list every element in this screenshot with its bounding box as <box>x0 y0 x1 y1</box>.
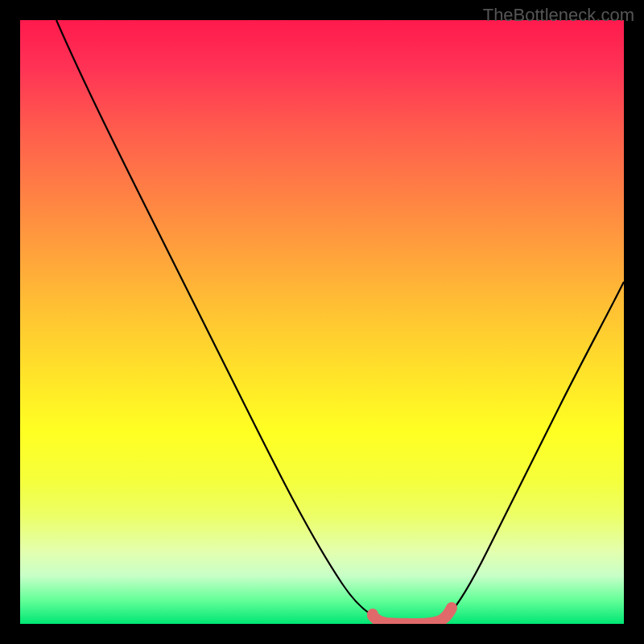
curve-path <box>56 20 624 624</box>
bottleneck-curve <box>20 20 624 624</box>
highlight-dot-left <box>367 609 378 620</box>
highlight-dot-right <box>446 602 457 613</box>
chart-plot-area <box>20 20 624 624</box>
watermark-text: TheBottleneck.com <box>483 5 634 26</box>
highlight-segment <box>373 609 451 624</box>
